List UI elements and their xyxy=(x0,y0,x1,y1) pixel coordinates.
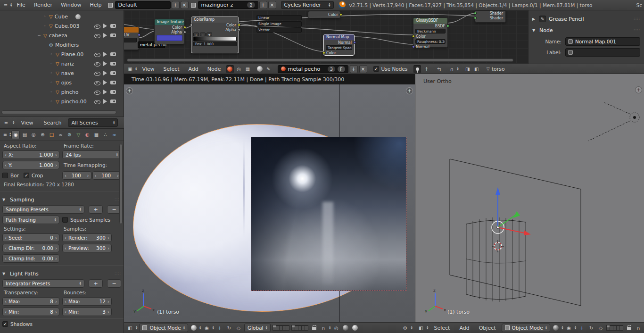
close-scene-button[interactable]: × xyxy=(268,1,276,9)
menu-file[interactable]: File xyxy=(13,1,29,9)
grease-pencil-panel-header[interactable]: ▶ ✎ Grease Pencil∷∷ xyxy=(528,13,644,25)
expander-dot-icon[interactable]: ◦ xyxy=(49,52,54,57)
shader-type-object-icon[interactable] xyxy=(226,65,234,73)
selectable-icon[interactable] xyxy=(103,24,107,28)
node-view-menu[interactable]: View xyxy=(138,65,158,73)
render-result-icon[interactable]: ◧ xyxy=(473,65,480,73)
renderable-icon[interactable] xyxy=(110,62,116,66)
hide-icon[interactable] xyxy=(94,70,100,76)
remap-old-field[interactable]: 100 xyxy=(62,171,91,180)
outliner-row[interactable]: ◦▽ Plane.00 xyxy=(0,50,124,59)
source-dropdown[interactable]: Single Image xyxy=(256,21,302,26)
outliner-row[interactable]: ◦▽ pincho.00 xyxy=(0,97,124,106)
outliner-row[interactable]: ◦▽ pincho xyxy=(0,87,124,97)
renderable-icon[interactable] xyxy=(110,24,116,28)
tab-data[interactable]: ▽ xyxy=(74,130,83,139)
scene-name-field[interactable]: mazinguer z2 xyxy=(198,1,258,9)
gear-arrows-icon[interactable] xyxy=(411,326,413,330)
sampling-panel-header[interactable]: ▼Sampling∷∷ xyxy=(2,194,121,205)
gear-icon[interactable]: ⚙ xyxy=(402,324,409,332)
outliner-search-menu[interactable]: Search xyxy=(40,119,66,127)
material-preview-icon[interactable] xyxy=(256,65,264,73)
lock-icon[interactable] xyxy=(310,324,318,332)
editor-type-arrows-icon[interactable] xyxy=(9,133,11,137)
render-opengl-anim-icon[interactable] xyxy=(351,324,359,332)
expander-dot-icon[interactable]: ◦ xyxy=(42,14,47,19)
tab-modifiers[interactable]: ⚙ xyxy=(65,130,74,139)
colorramp-node[interactable]: ColorRamp Color Alpha +−▼ Pos: 1.000 xyxy=(191,17,239,53)
add-preset-button[interactable]: + xyxy=(89,205,103,214)
mix-shader-node-fragment[interactable]: Shader Shader xyxy=(475,10,506,23)
unlink-material-button[interactable]: × xyxy=(359,65,367,73)
layers-widget[interactable] xyxy=(291,325,308,331)
menu-window[interactable]: Window xyxy=(57,1,85,9)
outliner-display-dropdown[interactable]: All Scenes xyxy=(68,118,118,127)
view-add-menu[interactable]: Add xyxy=(455,324,473,332)
hide-icon[interactable] xyxy=(94,80,100,86)
add-layout-button[interactable]: + xyxy=(172,1,180,9)
outliner-editor-icon[interactable]: ≡ xyxy=(2,119,10,127)
viewport-editor-icon[interactable]: ◧ xyxy=(417,324,425,332)
screen-layout-field[interactable]: Default xyxy=(115,1,171,9)
selectable-icon[interactable] xyxy=(103,52,107,57)
light-paths-panel-header[interactable]: ▼Light Paths∷∷ xyxy=(2,268,121,279)
manipulator-rotate-icon[interactable]: ↻ xyxy=(225,324,233,332)
shadows-checkbox[interactable]: Shadows xyxy=(2,321,33,327)
aspect-y-field[interactable]: Y:1.000 xyxy=(2,161,59,169)
properties-editor-icon[interactable]: ≡ xyxy=(1,131,9,139)
layers-widget[interactable] xyxy=(606,325,623,331)
hide-icon[interactable] xyxy=(94,61,100,67)
renderable-icon[interactable] xyxy=(110,100,116,103)
tab-material[interactable]: ◐ xyxy=(83,130,91,139)
expander-dot-icon[interactable]: ◦ xyxy=(49,99,54,104)
border-checkbox[interactable]: Bor xyxy=(2,173,19,178)
add-preset-button[interactable]: + xyxy=(89,279,103,288)
color-output-node-fragment[interactable]: Color xyxy=(308,11,341,18)
tab-render[interactable]: ◉ xyxy=(11,130,20,139)
scene-browse-icon[interactable] xyxy=(190,1,197,9)
add-scene-button[interactable]: + xyxy=(259,1,267,9)
editor-type-arrows-icon[interactable] xyxy=(135,67,137,71)
remove-preset-button[interactable]: − xyxy=(107,279,121,288)
image-texture-node[interactable]: Image Texture Color Alpha xyxy=(154,19,185,44)
view-object-menu[interactable]: Object xyxy=(475,324,500,332)
editor-type-arrows-icon[interactable] xyxy=(10,3,12,7)
transparency-min-field[interactable]: Min:8 xyxy=(2,308,59,316)
tab-object[interactable]: □ xyxy=(47,130,56,139)
transparency-max-field[interactable]: Max:8 xyxy=(2,297,59,306)
expander-dot-icon[interactable]: ◦ xyxy=(49,90,54,94)
space-dropdown[interactable]: Tangent Space xyxy=(326,45,352,50)
bounces-min-field[interactable]: Min:3 xyxy=(62,308,112,316)
pivot-arrows-icon[interactable] xyxy=(213,326,214,330)
hide-icon[interactable] xyxy=(94,99,100,105)
manipulator-rotate-icon[interactable]: ↻ xyxy=(587,324,595,332)
pivot-dropdown[interactable]: ◉ xyxy=(203,324,211,332)
interpolation-dropdown[interactable]: Linear xyxy=(256,15,302,20)
renderable-icon[interactable] xyxy=(110,71,116,75)
bounces-max-field[interactable]: Max:12 xyxy=(62,297,112,306)
sampling-presets-dropdown[interactable]: Sampling Presets xyxy=(2,205,84,214)
node-editor-horizontal-scrollbar[interactable] xyxy=(127,58,513,62)
clamp-direct-field[interactable]: Clamp Dir:0.00 xyxy=(2,244,59,252)
outliner-row[interactable]: ◦▽ nave xyxy=(0,68,124,78)
scene-users-count[interactable]: 2 xyxy=(247,2,255,8)
snap-mode-arrows-icon[interactable] xyxy=(457,67,458,71)
brush-icon[interactable]: ✎ xyxy=(265,65,272,73)
use-nodes-checkbox[interactable]: Use Nodes xyxy=(373,66,408,72)
pin-icon[interactable] xyxy=(413,65,421,73)
glossy-bsdf-node[interactable]: GlossyBSDF BSDF Beckmann Color Roughness… xyxy=(413,17,448,48)
node-node-menu[interactable]: Node xyxy=(204,65,225,73)
outliner-view-menu[interactable]: View xyxy=(17,119,37,127)
menu-help[interactable]: Help xyxy=(86,1,105,9)
backdrop-icon[interactable]: ◨ xyxy=(464,65,471,73)
layers-widget[interactable] xyxy=(272,325,289,331)
render-opengl-icon[interactable] xyxy=(342,324,349,332)
outliner-row[interactable]: −▽ cabeza xyxy=(0,31,124,40)
selectable-icon[interactable] xyxy=(103,61,107,66)
tab-texture[interactable]: ▦ xyxy=(92,130,100,139)
pivot-dropdown[interactable]: ◉ xyxy=(565,324,573,332)
region-split-plus[interactable] xyxy=(126,87,133,94)
hide-icon[interactable] xyxy=(94,89,100,95)
manipulator-translate-icon[interactable]: + xyxy=(216,324,223,332)
outliner-row[interactable]: ◦▽ Cube.003 xyxy=(0,21,124,31)
